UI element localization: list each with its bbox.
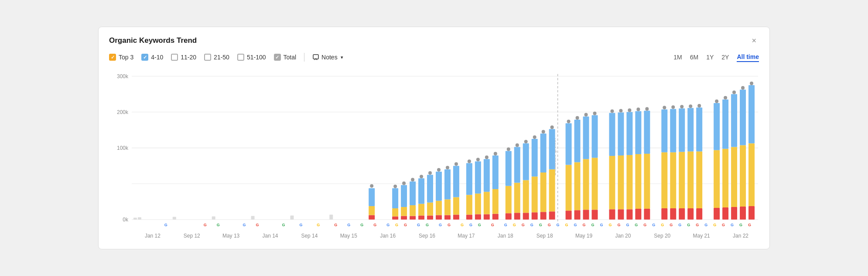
svg-rect-135 <box>661 109 667 152</box>
svg-point-62 <box>476 158 480 161</box>
svg-text:May 17: May 17 <box>458 233 475 239</box>
svg-rect-64 <box>484 192 490 214</box>
svg-rect-60 <box>475 193 481 214</box>
controls-row: ✓ Top 3 ✓ 4-10 11-20 21-50 <box>109 52 759 62</box>
time-btn-1y[interactable]: 1Y <box>706 53 714 62</box>
time-btn-1m[interactable]: 1M <box>673 53 682 62</box>
legend-item-51-100[interactable]: 51-100 <box>237 54 266 61</box>
checkbox-21-50[interactable] <box>204 54 211 61</box>
svg-point-74 <box>507 148 510 151</box>
svg-rect-114 <box>609 156 615 209</box>
svg-rect-56 <box>466 195 472 214</box>
svg-text:G: G <box>713 223 716 227</box>
svg-point-120 <box>619 109 622 112</box>
svg-rect-80 <box>523 180 529 213</box>
time-btn-alltime[interactable]: All time <box>737 52 759 62</box>
checkbox-4-10[interactable]: ✓ <box>141 54 148 61</box>
organic-keywords-card: Organic Keywords Trend × ✓ Top 3 ✓ 4-10 <box>98 27 770 249</box>
svg-text:G: G <box>373 223 376 227</box>
svg-rect-107 <box>583 117 589 159</box>
svg-text:G: G <box>583 223 586 227</box>
svg-rect-110 <box>592 158 598 210</box>
svg-rect-57 <box>466 163 472 195</box>
svg-rect-89 <box>540 134 547 172</box>
legend-group: ✓ Top 3 ✓ 4-10 11-20 21-50 <box>109 53 343 62</box>
svg-point-22 <box>370 184 373 188</box>
checkbox-11-20[interactable] <box>171 54 178 61</box>
svg-text:G: G <box>360 223 363 227</box>
svg-text:G: G <box>748 223 751 227</box>
close-button[interactable]: × <box>749 36 759 45</box>
checkbox-top3[interactable]: ✓ <box>109 54 116 61</box>
legend-item-top3[interactable]: ✓ Top 3 <box>109 54 133 61</box>
legend-item-total[interactable]: ✓ Total <box>274 54 297 61</box>
svg-rect-55 <box>466 214 472 219</box>
legend-item-11-20[interactable]: 11-20 <box>171 54 196 61</box>
svg-rect-98 <box>566 165 572 211</box>
svg-rect-102 <box>574 162 581 210</box>
notes-icon <box>312 54 319 61</box>
svg-rect-151 <box>696 107 702 152</box>
chart-area: 300k 200k 100k 0k <box>109 67 759 242</box>
svg-rect-103 <box>574 120 581 162</box>
svg-rect-36 <box>418 204 424 216</box>
checkbox-total[interactable]: ✓ <box>274 54 281 61</box>
svg-point-34 <box>411 178 414 181</box>
svg-rect-88 <box>540 172 547 212</box>
svg-text:G: G <box>530 223 533 227</box>
svg-text:G: G <box>478 223 481 227</box>
svg-rect-171 <box>748 85 755 143</box>
svg-rect-149 <box>696 208 702 220</box>
svg-text:G: G <box>704 223 707 227</box>
svg-rect-154 <box>714 150 720 208</box>
svg-rect-31 <box>410 216 416 220</box>
svg-text:G: G <box>608 223 612 227</box>
legend-item-4-10[interactable]: ✓ 4-10 <box>141 54 163 61</box>
svg-rect-71 <box>506 213 512 219</box>
svg-text:May 13: May 13 <box>222 233 239 239</box>
svg-point-26 <box>393 185 397 188</box>
checkbox-51-100[interactable] <box>237 54 244 61</box>
svg-point-144 <box>680 105 683 108</box>
notes-button[interactable]: Notes ▾ <box>312 54 343 61</box>
svg-text:G: G <box>243 223 246 227</box>
svg-point-112 <box>593 112 597 115</box>
svg-rect-129 <box>644 209 650 220</box>
svg-rect-162 <box>731 147 737 207</box>
legend-label-total: Total <box>284 54 297 61</box>
chart-svg: 300k 200k 100k 0k <box>109 67 759 242</box>
svg-rect-20 <box>369 206 375 215</box>
svg-text:G: G <box>557 223 560 227</box>
svg-point-66 <box>485 155 489 159</box>
svg-text:G: G <box>469 223 472 227</box>
svg-text:Sep 14: Sep 14 <box>301 233 318 239</box>
svg-text:G: G <box>282 223 285 227</box>
svg-text:G: G <box>217 223 220 227</box>
svg-rect-99 <box>566 123 572 165</box>
svg-rect-123 <box>626 112 632 155</box>
svg-rect-48 <box>444 200 451 215</box>
svg-rect-117 <box>618 209 624 220</box>
svg-rect-150 <box>696 152 702 208</box>
svg-rect-49 <box>444 169 451 200</box>
svg-rect-87 <box>540 212 547 219</box>
svg-point-132 <box>645 107 649 110</box>
svg-rect-139 <box>670 109 676 152</box>
svg-rect-146 <box>687 152 694 208</box>
svg-text:G: G <box>591 223 595 227</box>
time-btn-2y[interactable]: 2Y <box>721 53 729 62</box>
svg-text:G: G <box>417 223 420 227</box>
legend-label-21-50: 21-50 <box>214 54 229 61</box>
notes-label: Notes <box>321 54 338 61</box>
svg-text:Sep 16: Sep 16 <box>419 233 435 239</box>
legend-item-21-50[interactable]: 21-50 <box>204 54 229 61</box>
svg-rect-122 <box>626 155 632 209</box>
svg-rect-84 <box>532 176 538 212</box>
svg-point-30 <box>402 182 406 185</box>
svg-point-38 <box>420 175 423 178</box>
svg-rect-143 <box>679 108 685 152</box>
svg-rect-105 <box>583 210 589 220</box>
svg-text:Sep 18: Sep 18 <box>537 233 553 239</box>
svg-text:G: G <box>617 223 620 227</box>
time-btn-6m[interactable]: 6M <box>690 53 698 62</box>
